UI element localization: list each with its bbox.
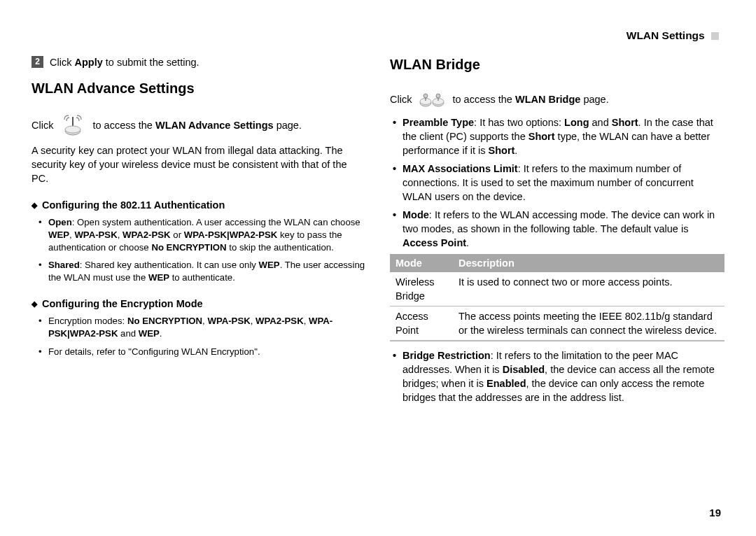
sec-auth-list: Open: Open system authentication. A user… [31,216,366,284]
wlan-bridge-heading: WLAN Bridge [390,55,724,75]
step-number-badge: 2 [31,56,43,68]
list-item: For details, refer to "Configuring WLAN … [41,346,366,358]
list-item: Preamble Type: It has two options: Long … [393,115,724,157]
table-header-row: Mode Description [390,254,724,272]
two-column-layout: 2 Click Apply to submit the setting. WLA… [31,55,724,409]
bridge-bullets: Preamble Type: It has two options: Long … [390,115,724,250]
table-row: Access Point The access points meeting t… [390,306,724,341]
page-number: 19 [709,506,721,521]
list-item: Bridge Restriction: It refers to the lim… [393,348,724,404]
svg-point-8 [436,94,440,98]
list-item: Open: Open system authentication. A user… [41,216,366,253]
svg-point-7 [424,94,428,98]
click-line: Click to access the WLAN Advance Setting… [31,114,366,138]
sec-auth-heading: Configuring the 802.11 Authentication [31,198,366,212]
list-item: Shared: Shared key authentication. It ca… [41,259,366,284]
mode-col-header: Mode [390,254,453,272]
left-column: 2 Click Apply to submit the setting. WLA… [31,55,366,409]
sec-enc-heading: Configuring the Encryption Mode [31,297,366,311]
page-header: WLAN Settings [31,28,724,43]
bridge-icon [419,90,445,110]
header-title: WLAN Settings [626,29,705,41]
desc-col-header: Description [453,254,724,272]
wlan-advance-heading: WLAN Advance Settings [31,79,366,99]
svg-point-2 [65,126,80,133]
sec-enc-list: Encryption modes: No ENCRYPTION, WPA-PSK… [31,315,366,358]
antenna-icon [60,114,85,138]
right-column: WLAN Bridge Click to access the WLAN Bri… [390,55,724,409]
security-key-paragraph: A security key can protect your WLAN fro… [31,143,366,185]
list-item: Encryption modes: No ENCRYPTION, WPA-PSK… [41,315,366,340]
header-decor-box [711,32,719,40]
step-2-text: Click Apply to submit the setting. [50,55,200,69]
mode-table: Mode Description Wireless Bridge It is u… [390,254,724,341]
step-2-line: 2 Click Apply to submit the setting. [31,55,366,69]
bridge-bullets-2: Bridge Restriction: It refers to the lim… [390,348,724,404]
table-row: Wireless Bridge It is used to connect tw… [390,272,724,306]
click-line-bridge: Click to access the WLAN Bridge page. [390,90,724,110]
list-item: Mode: It refers to the WLAN accessing mo… [393,208,724,250]
list-item: MAX Associations Limit: It refers to the… [393,162,724,204]
